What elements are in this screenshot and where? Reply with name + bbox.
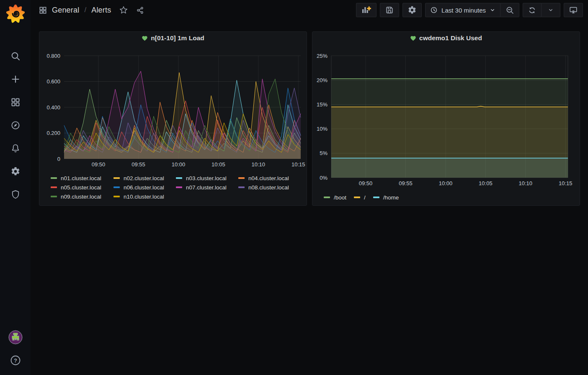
sidebar-item-search[interactable] <box>0 44 31 67</box>
breadcrumb: General / Alerts <box>39 6 144 15</box>
panel-load-header[interactable]: n[01-10] 1m Load <box>44 32 302 44</box>
y-tick-label: 20% <box>317 77 328 83</box>
refresh-interval-button[interactable] <box>542 3 560 17</box>
breadcrumb-dashboard[interactable]: Alerts <box>91 6 111 15</box>
breadcrumb-separator: / <box>83 6 87 14</box>
add-panel-icon <box>361 5 371 15</box>
y-tick-label: 0.400 <box>46 104 60 111</box>
legend-swatch <box>324 197 330 198</box>
sidebar-item-help[interactable]: ? <box>0 349 31 372</box>
legend-label: n03.cluster.local <box>186 175 227 181</box>
y-tick-label: 15% <box>317 101 328 108</box>
legend-item[interactable]: n05.cluster.local <box>51 183 113 192</box>
alert-ok-heart-icon <box>410 35 416 41</box>
time-controls: Last 30 minutes <box>425 3 519 17</box>
legend-swatch <box>51 186 57 188</box>
sidebar: ? <box>0 0 31 375</box>
legend-label: n10.cluster.local <box>124 194 164 200</box>
x-tick-label: 10:15 <box>559 180 573 186</box>
refresh-dashboard-button[interactable] <box>523 3 542 17</box>
legend-swatch <box>176 186 182 188</box>
grafana-logo-icon <box>6 5 25 23</box>
configuration-gear-icon <box>10 166 21 176</box>
legend-label: n04.cluster.local <box>248 175 289 181</box>
create-plus-icon <box>10 74 21 84</box>
legend-label: n08.cluster.local <box>248 184 289 191</box>
grafana-logo[interactable] <box>0 0 31 28</box>
sidebar-spacer <box>0 206 31 326</box>
dashboard-settings-button[interactable] <box>402 3 422 17</box>
legend-item[interactable]: /boot <box>324 193 346 202</box>
refresh-controls <box>523 3 560 17</box>
user-avatar <box>8 330 23 344</box>
legend-swatch <box>354 197 360 198</box>
breadcrumb-folder[interactable]: General <box>52 6 79 15</box>
add-panel-button[interactable] <box>356 3 377 17</box>
share-icon <box>136 6 144 14</box>
x-tick-label: 10:05 <box>479 180 493 186</box>
legend-item[interactable]: n10.cluster.local <box>113 192 176 201</box>
series-fill <box>331 158 568 178</box>
sidebar-item-profile[interactable] <box>0 326 31 349</box>
search-icon <box>10 51 21 61</box>
legend-item[interactable]: n02.cluster.local <box>113 173 176 183</box>
legend-label: n06.cluster.local <box>124 184 164 191</box>
zoom-out-icon <box>505 6 514 15</box>
y-tick-label: 25% <box>317 53 328 59</box>
y-tick-label: 0.600 <box>46 78 60 85</box>
disk-chart: 09:5009:5510:0010:0510:1010:150%5%10%15%… <box>317 44 576 187</box>
legend-item[interactable]: n04.cluster.local <box>238 173 301 183</box>
dashboards-grid-icon <box>10 97 21 107</box>
legend-swatch <box>238 177 245 179</box>
x-tick-label: 09:50 <box>359 180 373 186</box>
legend-item[interactable]: n01.cluster.local <box>51 173 113 183</box>
legend-item[interactable]: n08.cluster.local <box>238 183 301 192</box>
sidebar-item-create[interactable] <box>0 67 31 91</box>
legend-label: n05.cluster.local <box>61 184 101 191</box>
legend-item[interactable]: / <box>354 193 366 202</box>
x-tick-label: 10:00 <box>439 180 453 186</box>
cycle-view-mode-button[interactable] <box>564 3 583 17</box>
time-picker-button[interactable]: Last 30 minutes <box>425 3 500 17</box>
legend-swatch <box>176 177 182 179</box>
star-dashboard-button[interactable] <box>119 6 128 14</box>
legend-swatch <box>113 177 120 179</box>
zoom-out-time-button[interactable] <box>500 3 519 17</box>
refresh-icon <box>528 6 536 15</box>
legend-label: / <box>364 194 366 201</box>
x-tick-label: 10:10 <box>519 180 533 186</box>
legend-label: /home <box>383 194 399 201</box>
y-tick-label: 0% <box>320 175 328 181</box>
y-tick-label: 10% <box>317 126 328 132</box>
x-tick-label: 10:10 <box>252 161 266 168</box>
top-navbar: General / Alerts <box>31 0 588 20</box>
sidebar-item-configuration[interactable] <box>0 160 31 183</box>
save-dashboard-button[interactable] <box>380 3 399 17</box>
sidebar-item-server-admin[interactable] <box>0 183 31 206</box>
legend-label: n02.cluster.local <box>124 175 164 181</box>
dashboard-settings-icon <box>407 5 417 15</box>
legend-item[interactable]: /home <box>373 193 399 202</box>
grafana-app: ? General / Alerts <box>0 0 588 375</box>
sidebar-item-dashboards[interactable] <box>0 91 31 114</box>
legend-label: n07.cluster.local <box>186 184 227 191</box>
legend-item[interactable]: n06.cluster.local <box>113 183 176 192</box>
dashboard-canvas: n[01-10] 1m Load 09:5009:5510:0010:0510:… <box>31 20 588 375</box>
sidebar-item-explore[interactable] <box>0 114 31 137</box>
x-tick-label: 10:00 <box>172 161 186 168</box>
alerting-bell-icon <box>10 143 21 153</box>
legend-label: n09.cluster.local <box>61 194 101 200</box>
legend-item[interactable]: n07.cluster.local <box>176 183 238 192</box>
server-admin-shield-icon <box>10 189 21 199</box>
panel-load: n[01-10] 1m Load 09:5009:5510:0010:0510:… <box>39 31 307 206</box>
panel-disk-header[interactable]: cwdemo1 Disk Used <box>317 32 575 44</box>
time-picker-clock-icon <box>430 6 438 14</box>
share-dashboard-button[interactable] <box>136 6 144 14</box>
x-tick-label: 10:05 <box>211 161 225 168</box>
y-tick-label: 0 <box>57 156 60 162</box>
legend-item[interactable]: n09.cluster.local <box>51 192 113 201</box>
dashboard-grid-icon <box>39 6 47 14</box>
legend-item[interactable]: n03.cluster.local <box>176 173 238 183</box>
x-tick-label: 09:55 <box>132 161 145 168</box>
sidebar-item-alerting[interactable] <box>0 137 31 160</box>
